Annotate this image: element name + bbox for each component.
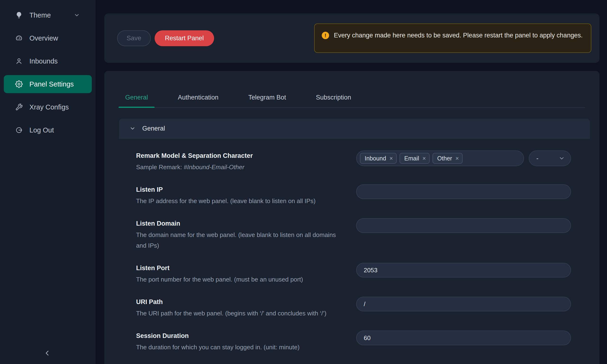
main-content: Save Restart Panel ! Every change made h… [104,0,599,364]
gear-icon [15,80,23,88]
listen-domain-input[interactable] [356,218,571,233]
field-label: Listen Domain [136,218,342,229]
general-form: Remark Model & Separation Character Samp… [119,139,590,364]
general-collapse: General Remark Model & Separation Charac… [119,119,590,364]
settings-tabbar: General Authentication Telegram Bot Subs… [119,71,585,108]
tag-label: Other [437,155,452,162]
sidebar-item-label: Overview [29,34,80,42]
tag-email: Email × [399,153,430,164]
form-row-listen-ip: Listen IP The IP address for the web pan… [136,184,571,207]
field-desc: The domain name for the web panel. (leav… [136,230,342,251]
sidebar: Theme Overview [0,0,95,364]
separator-select[interactable]: - [529,151,571,166]
remark-model-multiselect[interactable]: Inbound × Email × Other × [356,151,524,166]
sidebar-nav: Overview Inbounds Pane [0,29,95,139]
tag-remove-icon[interactable]: × [455,155,460,162]
restart-panel-button[interactable]: Restart Panel [155,30,214,46]
sidebar-collapse-button[interactable] [40,346,55,361]
form-row-session-duration: Session Duration The duration for which … [136,331,571,353]
tag-label: Email [404,155,419,162]
theme-selector[interactable]: Theme [4,6,92,24]
form-row-listen-port: Listen Port The port number for the web … [136,263,571,285]
field-label: Remark Model & Separation Character [136,151,342,161]
app-root: Theme Overview [0,0,607,364]
chevron-left-icon [44,350,51,357]
tag-other: Other × [433,153,462,164]
field-label: Listen IP [136,184,342,195]
sidebar-item-label: Panel Settings [29,80,80,88]
form-row-listen-domain: Listen Domain The domain name for the we… [136,218,571,251]
form-row-remark-model: Remark Model & Separation Character Samp… [136,151,571,172]
field-label: Listen Port [136,263,342,273]
field-label: URI Path [136,297,342,307]
sidebar-item-overview[interactable]: Overview [4,29,92,47]
warning-alert: ! Every change made here needs to be sav… [314,24,591,53]
listen-port-input[interactable] [356,263,571,277]
warning-alert-text: Every change made here needs to be saved… [334,30,582,40]
sidebar-item-panel-settings[interactable]: Panel Settings [4,75,92,93]
save-button[interactable]: Save [117,30,151,46]
tab-subscription[interactable]: Subscription [309,88,358,107]
general-collapse-header[interactable]: General [119,119,590,139]
tab-authentication[interactable]: Authentication [171,88,225,107]
tag-remove-icon[interactable]: × [388,155,394,162]
tab-telegram-bot[interactable]: Telegram Bot [242,88,293,107]
listen-ip-input[interactable] [356,184,571,199]
field-label: Session Duration [136,331,342,341]
tag-label: Inbound [365,155,386,162]
panel-settings-card: General Authentication Telegram Bot Subs… [104,71,599,364]
field-desc: The IP address for the web panel. (leave… [136,196,342,207]
session-duration-input[interactable] [356,331,571,345]
sidebar-item-label: Inbounds [29,57,80,65]
sample-remark-value: #Inbound-Email-Other [184,164,244,171]
collapse-title: General [142,125,165,132]
sidebar-item-logout[interactable]: Log Out [4,121,92,139]
sidebar-item-label: Log Out [29,126,80,134]
theme-label: Theme [29,11,74,19]
toolbar-card: Save Restart Panel ! Every change made h… [104,13,599,63]
form-row-uri-path: URI Path The URI path for the web panel.… [136,297,571,319]
logout-icon [15,126,23,134]
separator-select-value: - [536,155,539,162]
gauge-icon [15,34,23,42]
lightbulb-icon [15,11,23,19]
wrench-icon [15,103,23,111]
sample-remark-prefix: Sample Remark: [136,164,184,171]
field-desc: The URI path for the web panel. (begins … [136,308,342,319]
tab-general[interactable]: General [119,88,155,107]
tag-inbound: Inbound × [360,153,397,164]
sidebar-item-xray-configs[interactable]: Xray Configs [4,98,92,116]
sidebar-item-inbounds[interactable]: Inbounds [4,52,92,70]
chevron-down-icon [559,155,565,161]
field-desc: The duration for which you can stay logg… [136,342,342,353]
uri-path-input[interactable] [356,297,571,312]
field-desc: The port number for the web panel. (must… [136,274,342,285]
sidebar-item-label: Xray Configs [29,103,80,111]
chevron-down-icon [130,125,136,131]
exclamation-circle-icon: ! [322,32,329,39]
field-desc: Sample Remark: #Inbound-Email-Other [136,162,342,172]
chevron-down-icon [74,12,80,18]
person-icon [15,57,23,65]
tag-remove-icon[interactable]: × [422,155,427,162]
